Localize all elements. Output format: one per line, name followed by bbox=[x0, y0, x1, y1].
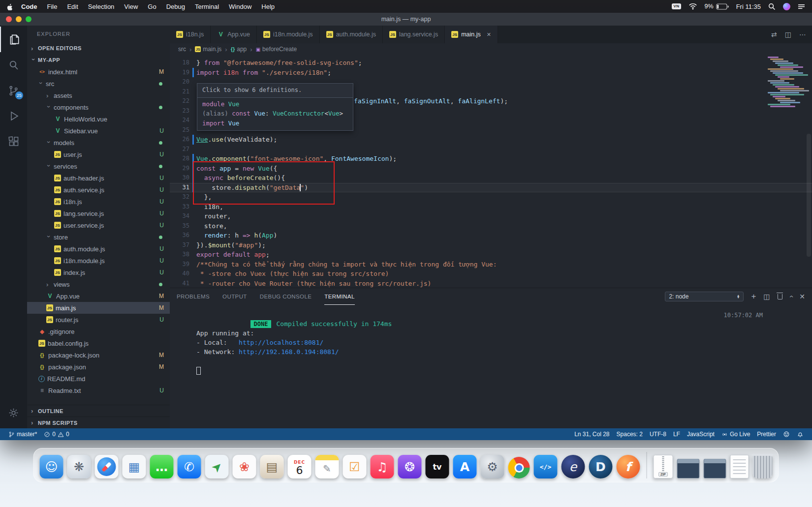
menubar-clock[interactable]: Fri 11:35 bbox=[736, 3, 761, 10]
dock-launchpad[interactable]: ❋ bbox=[67, 455, 91, 478]
code-line-19[interactable]: 19import i18n from "./services/i18n"; bbox=[170, 68, 812, 78]
npm-scripts-section[interactable]: › NPM SCRIPTS bbox=[27, 417, 170, 428]
dock-calendar[interactable]: DEC6 bbox=[288, 455, 312, 478]
minimize-window-button[interactable] bbox=[16, 16, 22, 22]
dock-vscode[interactable]: </> bbox=[534, 455, 558, 478]
status-cursor-position[interactable]: Ln 31, Col 28 bbox=[571, 431, 613, 438]
menu-edit[interactable]: Edit bbox=[62, 3, 83, 10]
code-line-38[interactable]: 38export default app; bbox=[170, 250, 812, 260]
new-terminal-icon[interactable]: + bbox=[751, 292, 756, 301]
breadcrumb-item-beforecreate[interactable]: ▣beforeCreate bbox=[256, 46, 297, 53]
spotlight-icon[interactable] bbox=[768, 3, 776, 10]
tab-i18n.js[interactable]: JSi18n.js bbox=[170, 26, 211, 43]
close-panel-icon[interactable]: ✕ bbox=[799, 293, 805, 300]
close-window-button[interactable] bbox=[6, 16, 12, 22]
status-encoding[interactable]: UTF-8 bbox=[646, 431, 670, 438]
tree-item-readme.txt[interactable]: ≡Readme.txtU bbox=[27, 385, 170, 396]
code-line-29[interactable]: 29const app = new Vue({ bbox=[170, 164, 812, 174]
status-prettier[interactable]: Prettier bbox=[753, 431, 780, 438]
tree-item-services[interactable]: ›services bbox=[27, 160, 170, 172]
dock-app-window-2[interactable] bbox=[704, 459, 726, 478]
status-feedback[interactable] bbox=[780, 431, 793, 438]
dock-podcasts[interactable]: ❂ bbox=[398, 455, 422, 478]
code-line-37[interactable]: 37}).$mount("#app"); bbox=[170, 240, 812, 250]
menu-file[interactable]: File bbox=[42, 3, 62, 10]
tree-item-app.vue[interactable]: VApp.vueM bbox=[27, 290, 170, 302]
tree-item-i18n.module.js[interactable]: JSi18n.module.jsU bbox=[27, 255, 170, 267]
dock-text-file[interactable] bbox=[730, 455, 749, 478]
control-center-icon[interactable] bbox=[798, 3, 805, 10]
dock-trash[interactable] bbox=[753, 456, 773, 478]
tree-item-index.js[interactable]: JSindex.jsU bbox=[27, 267, 170, 278]
wifi-icon[interactable] bbox=[688, 3, 697, 10]
tree-item-src[interactable]: ›src bbox=[27, 78, 170, 89]
tab-lang.service.js[interactable]: JSlang.service.js bbox=[383, 26, 445, 43]
menu-selection[interactable]: Selection bbox=[83, 3, 119, 10]
tooltip-header[interactable]: Click to show 6 definitions. bbox=[197, 84, 353, 97]
tree-item-i18n.js[interactable]: JSi18n.jsU bbox=[27, 196, 170, 208]
breadcrumb-item-main.js[interactable]: JSmain.js bbox=[195, 46, 221, 53]
compare-changes-icon[interactable]: ⇄ bbox=[771, 30, 777, 38]
split-editor-icon[interactable]: ◫ bbox=[785, 30, 791, 38]
dock-messages[interactable]: … bbox=[150, 455, 174, 478]
status-language-mode[interactable]: JavaScript bbox=[684, 431, 718, 438]
tab-main.js[interactable]: JSmain.js✕ bbox=[445, 26, 498, 43]
terminal-shell-select[interactable]: 2: node ▲▼ bbox=[665, 292, 744, 301]
dock-music[interactable]: ♫ bbox=[371, 455, 394, 478]
menu-code[interactable]: Code bbox=[16, 3, 42, 10]
code-line-32[interactable]: 32 }, bbox=[170, 192, 812, 202]
code-line-35[interactable]: 35 store, bbox=[170, 221, 812, 231]
tree-item-package-lock.json[interactable]: {}package-lock.jsonM bbox=[27, 349, 170, 361]
more-actions-icon[interactable]: ⋯ bbox=[799, 30, 806, 38]
code-line-39[interactable]: 39/**Chúng ta có thể thấy rằng chúng ta … bbox=[170, 260, 812, 269]
tree-item-sidebar.vue[interactable]: VSidebar.vueU bbox=[27, 125, 170, 137]
dock-safari[interactable] bbox=[95, 455, 119, 478]
tree-item-index.html[interactable]: <>index.htmlM bbox=[27, 66, 170, 78]
tree-item-components[interactable]: ›components bbox=[27, 101, 170, 113]
minimap[interactable] bbox=[768, 57, 804, 108]
tree-item-views[interactable]: ›views bbox=[27, 278, 170, 290]
tree-item-auth-header.js[interactable]: JSauth-header.jsU bbox=[27, 172, 170, 184]
code-line-40[interactable]: 40 * -store cho Vuex (thực hiện sau tron… bbox=[170, 269, 812, 279]
status-indentation[interactable]: Spaces: 2 bbox=[613, 431, 646, 438]
dock-apple-tv[interactable]: tv bbox=[426, 455, 449, 478]
menu-help[interactable]: Help bbox=[256, 3, 280, 10]
titlebar[interactable]: main.js — my-app bbox=[0, 13, 812, 26]
menu-window[interactable]: Window bbox=[224, 3, 256, 10]
apple-menu[interactable] bbox=[7, 2, 13, 10]
dock-system-preferences[interactable]: ⚙ bbox=[481, 455, 504, 478]
dock-firefox[interactable]: f bbox=[617, 455, 640, 478]
code-line-27[interactable]: 27 bbox=[170, 145, 812, 154]
panel-tab-debug-console[interactable]: DEBUG CONSOLE bbox=[260, 288, 312, 305]
menu-debug[interactable]: Debug bbox=[161, 3, 190, 10]
tree-item-router.js[interactable]: JSrouter.jsU bbox=[27, 314, 170, 326]
project-section[interactable]: › MY-APP bbox=[27, 54, 170, 66]
close-tab-icon[interactable]: ✕ bbox=[487, 31, 491, 38]
status-go-live[interactable]: Go Live bbox=[718, 431, 753, 438]
panel-tab-output[interactable]: OUTPUT bbox=[222, 288, 247, 305]
dock-notes[interactable]: ✎ bbox=[315, 455, 339, 478]
extensions-view-button[interactable] bbox=[0, 129, 27, 154]
code-line-41[interactable]: 41 * -router cho Vue Router (thực hiện s… bbox=[170, 279, 812, 288]
dock-facetime[interactable]: ✆ bbox=[178, 455, 201, 478]
dock-contacts[interactable]: ▤ bbox=[260, 455, 284, 478]
dock-photos[interactable]: ❀ bbox=[233, 455, 256, 478]
code-line-26[interactable]: 26Vue.use(VeeValidate); bbox=[170, 135, 812, 145]
terminal[interactable]: DONECompiled successfully in 174ms 10:57… bbox=[170, 305, 812, 428]
code-line-31[interactable]: 31 store.dispatch("getData") bbox=[170, 183, 812, 193]
settings-gear-button[interactable] bbox=[0, 400, 27, 425]
tab-app.vue[interactable]: VApp.vue bbox=[211, 26, 257, 43]
zoom-window-button[interactable] bbox=[26, 16, 31, 22]
menu-terminal[interactable]: Terminal bbox=[190, 3, 224, 10]
search-view-button[interactable] bbox=[0, 52, 27, 78]
tree-item-store[interactable]: ›store bbox=[27, 231, 170, 243]
tree-item-user.js[interactable]: JSuser.jsU bbox=[27, 149, 170, 160]
tree-item-babel.config.js[interactable]: JSbabel.config.js bbox=[27, 337, 170, 349]
outline-section[interactable]: › OUTLINE bbox=[27, 405, 170, 417]
tree-item-auth.module.js[interactable]: JSauth.module.jsU bbox=[27, 243, 170, 255]
split-terminal-icon[interactable]: ◫ bbox=[763, 293, 770, 300]
code-line-18[interactable]: 18} from "@fortawesome/free-solid-svg-ic… bbox=[170, 58, 812, 68]
code-line-28[interactable]: 28Vue.component("font-awesome-icon", Fon… bbox=[170, 154, 812, 164]
tab-auth.module.js[interactable]: JSauth.module.js bbox=[320, 26, 383, 43]
panel-tab-problems[interactable]: PROBLEMS bbox=[177, 288, 210, 305]
